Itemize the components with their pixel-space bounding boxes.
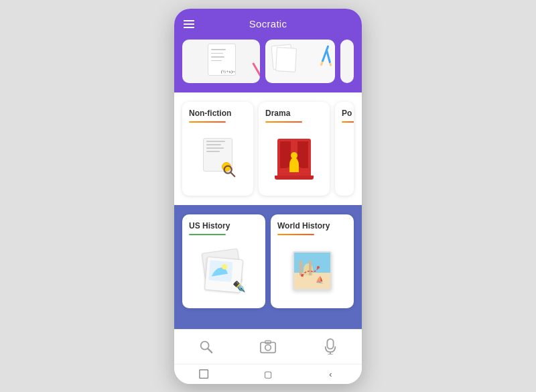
drama-card[interactable]: Drama [259, 102, 330, 196]
magnify-icon [222, 164, 237, 178]
us-history-icon: ✒️ [200, 247, 247, 294]
curtain-right [297, 141, 308, 168]
svg-rect-13 [328, 339, 334, 349]
drama-person-body [289, 157, 299, 172]
mic-nav-item[interactable] [299, 338, 362, 354]
svg-point-6 [301, 274, 304, 277]
world-history-bar [277, 234, 314, 236]
app-title: Socratic [249, 18, 287, 29]
world-history-icon: ⛵ [290, 249, 334, 293]
world-history-image: ⛵ [277, 241, 347, 302]
svg-point-11 [265, 344, 271, 350]
home-icon: ▢ [264, 369, 272, 379]
us-history-bar [189, 234, 226, 236]
third-top-card[interactable] [340, 40, 354, 83]
non-fiction-image [189, 128, 247, 189]
drama-title: Drama [265, 109, 323, 118]
notes-card[interactable] [265, 40, 335, 83]
world-history-card[interactable]: World History [271, 214, 354, 308]
us-history-card[interactable]: US History [182, 214, 265, 308]
drama-image [265, 128, 323, 189]
back-sys-item[interactable]: ‹ [299, 369, 362, 379]
system-nav-bar: ⃞⃞ ▢ ‹ [174, 364, 362, 384]
svg-line-9 [208, 349, 212, 353]
bottom-nav [174, 329, 362, 364]
polaroid-frame: ⛵ [293, 251, 332, 290]
poetry-bar [342, 121, 354, 123]
us-history-title: US History [189, 221, 259, 231]
literature-row: Non-fiction [182, 102, 354, 196]
camera-icon [260, 339, 276, 354]
top-strip: (½+x)= [174, 40, 362, 92]
drama-bar [265, 121, 302, 123]
math-paper-icon: (½+x)= [205, 44, 237, 78]
poetry-title: Po [342, 109, 347, 118]
non-fiction-bar [189, 121, 226, 123]
quill-icon: ✒️ [232, 280, 246, 293]
nonfiction-icon [198, 138, 238, 178]
purple-section: US History [174, 205, 362, 329]
app-header: Socratic [174, 9, 362, 40]
svg-point-8 [200, 342, 208, 350]
non-fiction-card[interactable]: Non-fiction [182, 102, 253, 196]
white-section: Non-fiction [174, 92, 362, 205]
recents-sys-item[interactable]: ⃞⃞ [174, 369, 237, 379]
non-fiction-title: Non-fiction [189, 109, 247, 118]
history-row: US History [182, 214, 354, 308]
pencil-blue-2-icon [326, 49, 332, 66]
scroll-content: (½+x)= Non-fiction [174, 40, 362, 329]
home-sys-item[interactable]: ▢ [237, 369, 299, 379]
svg-point-7 [317, 266, 320, 269]
mic-icon [324, 338, 337, 354]
drama-book-bottom [275, 176, 314, 180]
pencil-icon [252, 62, 260, 80]
search-nav-item[interactable] [174, 339, 237, 354]
math-card[interactable]: (½+x)= [182, 40, 260, 83]
world-history-title: World History [277, 221, 347, 231]
svg-line-1 [231, 173, 235, 177]
poetry-card-truncated[interactable]: Po [335, 102, 354, 196]
camera-nav-item[interactable] [237, 339, 299, 354]
drama-icon [275, 138, 314, 178]
wh-path [301, 265, 321, 281]
phone-frame: Socratic (½+x)= [174, 9, 362, 384]
us-history-image: ✒️ [189, 241, 259, 302]
search-icon [198, 339, 213, 354]
back-icon: ‹ [329, 369, 332, 379]
drama-book [277, 139, 311, 178]
menu-icon[interactable] [184, 20, 194, 28]
